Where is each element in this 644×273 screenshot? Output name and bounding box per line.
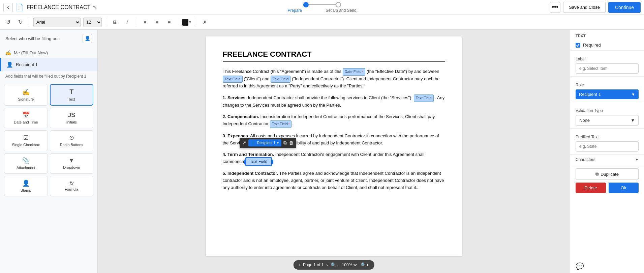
signature-icon: ✍ bbox=[22, 88, 30, 96]
doc-para-3: 2. Compensation. Inconsideration for Ind… bbox=[223, 113, 445, 128]
italic-button[interactable]: I bbox=[122, 18, 132, 27]
label-field-label: Label bbox=[576, 57, 639, 61]
copy-field-icon[interactable]: ⧉ bbox=[283, 139, 287, 146]
doc-divider bbox=[223, 61, 445, 62]
fields-grid: ✍ Signature T Text 📅 Date and Time JS In… bbox=[0, 81, 97, 199]
field-btn-formula[interactable]: fx Formula bbox=[50, 176, 94, 196]
back-button[interactable]: ‹ bbox=[3, 3, 13, 12]
field-btn-attachment[interactable]: 📎 Attachment bbox=[4, 153, 48, 174]
sidebar-item-recipient1[interactable]: 👤 Recipient 1 bbox=[0, 58, 97, 71]
dropdown-label: Dropdown bbox=[63, 165, 80, 170]
document-area: FREELANCE CONTRACT This Freelance Contra… bbox=[98, 30, 570, 273]
role-field-label: Role bbox=[576, 83, 639, 87]
right-panel-scroll: TEXT Required Label Role Recipient 1 ▼ bbox=[570, 30, 644, 260]
role-select-button[interactable]: Recipient 1 ▼ bbox=[576, 89, 639, 99]
color-dropdown-icon: ▼ bbox=[188, 20, 192, 24]
divider3 bbox=[136, 18, 136, 26]
continue-button[interactable]: Continue bbox=[608, 2, 641, 13]
recipient-icon: 👤 bbox=[6, 61, 13, 68]
field-btn-signature[interactable]: ✍ Signature bbox=[4, 84, 48, 106]
text-field-tag-4[interactable]: Text Field* bbox=[270, 120, 292, 128]
redo-button[interactable]: ↻ bbox=[16, 18, 25, 27]
recipient-selector[interactable]: 👤 Recipient 1 ▾ bbox=[248, 139, 281, 147]
text-field-tag-3[interactable]: Text Field bbox=[414, 94, 434, 102]
selected-field-label[interactable]: Text Field bbox=[245, 157, 272, 166]
text-field-tag-2[interactable]: Text Field bbox=[271, 76, 290, 83]
clear-format-button[interactable]: ✗ bbox=[200, 18, 210, 27]
radio-buttons-icon: ⊙ bbox=[69, 134, 74, 141]
document-page: FREELANCE CONTRACT This Freelance Contra… bbox=[206, 36, 462, 256]
zoom-in-button[interactable]: 🔍+ bbox=[361, 262, 369, 268]
initials-label: Initials bbox=[66, 120, 77, 125]
validation-value: None bbox=[579, 118, 590, 123]
more-options-button[interactable]: ••• bbox=[550, 2, 560, 13]
doc-para-1: This Freelance Contract (this "Agreement… bbox=[223, 68, 445, 90]
validation-section: Validation Type None ▼ bbox=[570, 102, 644, 129]
text-field-tag-1[interactable]: Text Field bbox=[223, 76, 243, 83]
characters-chevron-icon: ▼ bbox=[635, 158, 639, 162]
radio-buttons-label: Radio Buttons bbox=[60, 143, 83, 147]
comment-button[interactable]: 💬 bbox=[576, 262, 584, 270]
date-time-icon: 📅 bbox=[22, 111, 30, 119]
step1-circle bbox=[303, 2, 308, 7]
field-btn-initials[interactable]: JS Initials bbox=[50, 108, 94, 128]
bold-button[interactable]: B bbox=[110, 18, 120, 27]
field-btn-text[interactable]: T Text bbox=[50, 84, 94, 106]
role-section: Role Recipient 1 ▼ bbox=[570, 77, 644, 102]
step-labels: Prepare Set Up and Send bbox=[287, 8, 356, 13]
divider1 bbox=[29, 18, 29, 26]
prefilled-section: Prefilled Text bbox=[570, 129, 644, 155]
duplicate-button[interactable]: ⧉ Duplicate bbox=[576, 168, 639, 180]
sidebar-item-me[interactable]: ✍ Me (Fill Out Now) bbox=[0, 47, 97, 58]
date-field-tag[interactable]: Date Field* bbox=[343, 68, 366, 76]
delete-button[interactable]: Delete bbox=[576, 183, 606, 193]
label-input[interactable] bbox=[576, 63, 639, 74]
align-center-button[interactable]: ≡ bbox=[152, 18, 162, 27]
validation-select[interactable]: None ▼ bbox=[576, 115, 639, 126]
resize-handle-right[interactable] bbox=[271, 160, 273, 164]
delete-field-icon[interactable]: 🗑 bbox=[289, 139, 294, 146]
text-color-button[interactable]: ▼ bbox=[182, 18, 192, 27]
me-icon: ✍ bbox=[5, 50, 11, 55]
selected-text-field[interactable]: Text Field bbox=[245, 158, 272, 165]
font-size-select[interactable]: 12 bbox=[83, 18, 102, 27]
ok-button[interactable]: Ok bbox=[609, 183, 639, 193]
zoom-out-button[interactable]: 🔍- bbox=[331, 262, 338, 268]
nav-right: ••• Save and Close Continue bbox=[550, 2, 641, 13]
zoom-select[interactable]: 100% 75% 125% 150% bbox=[341, 262, 358, 268]
prefilled-input[interactable] bbox=[576, 141, 639, 152]
page-prev-button[interactable]: ‹ bbox=[299, 262, 300, 268]
attachment-label: Attachment bbox=[17, 166, 35, 170]
single-checkbox-icon: ☑ bbox=[23, 134, 29, 141]
doc-icon: 📄 bbox=[16, 3, 24, 11]
doc-para-2: 1. Services. Independent Contractor shal… bbox=[223, 94, 445, 109]
field-btn-stamp[interactable]: 👤 Stamp bbox=[4, 176, 48, 196]
stamp-label: Stamp bbox=[21, 188, 31, 193]
characters-section: Characters ▼ bbox=[570, 155, 644, 165]
field-btn-dropdown[interactable]: ▼ Dropdown bbox=[50, 153, 94, 174]
resize-handle-left[interactable] bbox=[244, 160, 246, 164]
field-btn-date-time[interactable]: 📅 Date and Time bbox=[4, 108, 48, 128]
divider5 bbox=[196, 18, 196, 26]
font-family-select[interactable]: Arial bbox=[33, 18, 81, 27]
field-btn-radio-buttons[interactable]: ⊙ Radio Buttons bbox=[50, 130, 94, 151]
single-checkbox-label: Single Checkbox bbox=[12, 143, 40, 147]
formula-icon: fx bbox=[69, 180, 73, 186]
divider4 bbox=[178, 18, 178, 26]
save-close-button[interactable]: Save and Close bbox=[563, 2, 606, 13]
attachment-icon: 📎 bbox=[22, 157, 30, 164]
add-person-button[interactable]: 👤 bbox=[83, 34, 92, 43]
align-right-button[interactable]: ≡ bbox=[164, 18, 174, 27]
duplicate-label: Duplicate bbox=[601, 172, 619, 177]
required-checkbox[interactable] bbox=[576, 43, 580, 48]
recipient-person-icon: 👤 bbox=[251, 140, 256, 146]
align-left-button[interactable]: ≡ bbox=[140, 18, 150, 27]
progress-bar bbox=[303, 2, 341, 7]
move-icon[interactable]: ⤢ bbox=[242, 139, 246, 146]
text-label: Text bbox=[68, 97, 75, 102]
step2-label: Set Up and Send bbox=[326, 8, 356, 13]
field-btn-single-checkbox[interactable]: ☑ Single Checkbox bbox=[4, 130, 48, 151]
page-next-button[interactable]: › bbox=[326, 262, 328, 268]
undo-button[interactable]: ↺ bbox=[3, 18, 13, 27]
edit-title-icon[interactable]: ✎ bbox=[93, 5, 97, 10]
